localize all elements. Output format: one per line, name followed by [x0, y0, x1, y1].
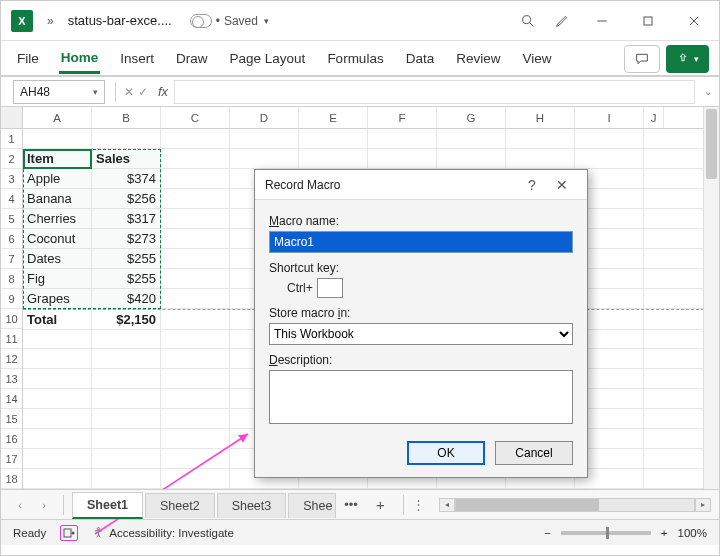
zoom-level[interactable]: 100%	[678, 527, 707, 539]
fx-icon[interactable]: fx	[152, 84, 174, 99]
minimize-button[interactable]	[579, 1, 625, 41]
row-header[interactable]: 15	[1, 409, 22, 429]
tab-draw[interactable]: Draw	[174, 45, 210, 72]
row-header[interactable]: 4	[1, 189, 22, 209]
cancel-formula-icon[interactable]: ✕	[124, 85, 134, 99]
row-header[interactable]: 9	[1, 289, 22, 309]
cell[interactable]: $420	[92, 289, 161, 309]
cell[interactable]: Coconut	[23, 229, 92, 249]
store-macro-select[interactable]: This Workbook	[269, 323, 573, 345]
tab-nav-prev-icon[interactable]: ‹	[9, 494, 31, 516]
macro-record-button[interactable]	[60, 525, 78, 541]
cell[interactable]: Total	[23, 310, 92, 330]
cell[interactable]: $255	[92, 269, 161, 289]
row-header[interactable]: 13	[1, 369, 22, 389]
cell[interactable]: Grapes	[23, 289, 92, 309]
col-header[interactable]: A	[23, 107, 92, 128]
col-header[interactable]: I	[575, 107, 644, 128]
macro-name-input[interactable]	[269, 231, 573, 253]
sheet-tab[interactable]: Sheet2	[145, 493, 215, 518]
col-header[interactable]: G	[437, 107, 506, 128]
row-header[interactable]: 11	[1, 329, 22, 349]
cell[interactable]: Dates	[23, 249, 92, 269]
row-header[interactable]: 5	[1, 209, 22, 229]
tab-formulas[interactable]: Formulas	[325, 45, 385, 72]
col-header[interactable]: B	[92, 107, 161, 128]
row-header[interactable]: 6	[1, 229, 22, 249]
cell[interactable]: $2,150	[92, 310, 161, 330]
row-header[interactable]: 12	[1, 349, 22, 369]
dialog-close-button[interactable]: ✕	[547, 177, 577, 193]
row-header[interactable]: 17	[1, 449, 22, 469]
expand-formula-bar-icon[interactable]: ⌄	[703, 86, 719, 97]
cell[interactable]: $273	[92, 229, 161, 249]
close-button[interactable]	[671, 1, 717, 41]
col-header[interactable]: E	[299, 107, 368, 128]
quick-access-chevron-icon[interactable]: »	[41, 10, 60, 32]
sheet-tab[interactable]: Shee	[288, 493, 336, 518]
col-header[interactable]: H	[506, 107, 575, 128]
cell[interactable]: Fig	[23, 269, 92, 289]
row-header[interactable]: 1	[1, 129, 22, 149]
dialog-help-button[interactable]: ?	[517, 177, 547, 193]
vertical-scrollbar[interactable]	[703, 107, 719, 489]
tab-view[interactable]: View	[520, 45, 553, 72]
row-header[interactable]: 8	[1, 269, 22, 289]
ok-button[interactable]: OK	[407, 441, 485, 465]
zoom-out-icon[interactable]: −	[544, 527, 551, 539]
tab-nav-next-icon[interactable]: ›	[33, 494, 55, 516]
maximize-button[interactable]	[625, 1, 671, 41]
row-header[interactable]: 10	[1, 309, 22, 329]
sheet-tab[interactable]: Sheet3	[217, 493, 287, 518]
comments-button[interactable]	[624, 45, 660, 73]
select-all-corner[interactable]	[1, 107, 22, 129]
autosave-status[interactable]: • Saved ▾	[180, 10, 279, 32]
cell[interactable]: Banana	[23, 189, 92, 209]
cancel-button[interactable]: Cancel	[495, 441, 573, 465]
tab-data[interactable]: Data	[404, 45, 437, 72]
cell[interactable]: Apple	[23, 169, 92, 189]
col-header[interactable]: J	[644, 107, 664, 128]
cell[interactable]: Cherries	[23, 209, 92, 229]
col-header[interactable]: D	[230, 107, 299, 128]
name-box[interactable]: AH48▾	[13, 80, 105, 104]
hscroll-right-icon[interactable]: ▸	[695, 498, 711, 512]
hscroll-left-icon[interactable]: ◂	[439, 498, 455, 512]
pen-icon[interactable]	[545, 5, 579, 37]
shortcut-key-input[interactable]	[317, 278, 343, 298]
cell[interactable]: Item	[23, 149, 92, 169]
description-input[interactable]	[269, 370, 573, 424]
sheet-tab-bar: ‹ › Sheet1 Sheet2 Sheet3 Shee ••• + ⋮ ◂ …	[1, 489, 719, 519]
cell[interactable]: $255	[92, 249, 161, 269]
row-header[interactable]: 2	[1, 149, 22, 169]
tab-page-layout[interactable]: Page Layout	[228, 45, 308, 72]
tab-file[interactable]: File	[15, 45, 41, 72]
cell[interactable]: Sales	[92, 149, 161, 169]
enter-formula-icon[interactable]: ✓	[138, 85, 148, 99]
file-name[interactable]: status-bar-exce....	[60, 9, 180, 32]
tab-insert[interactable]: Insert	[118, 45, 156, 72]
cell[interactable]: $317	[92, 209, 161, 229]
sheet-tab-more-icon[interactable]: •••	[338, 493, 364, 516]
row-header[interactable]: 14	[1, 389, 22, 409]
formula-input[interactable]	[174, 80, 695, 104]
accessibility-status[interactable]: Accessibility: Investigate	[92, 526, 234, 539]
cell[interactable]: $374	[92, 169, 161, 189]
row-header[interactable]: 7	[1, 249, 22, 269]
zoom-in-icon[interactable]: +	[661, 527, 668, 539]
tab-review[interactable]: Review	[454, 45, 502, 72]
sheet-tab[interactable]: Sheet1	[72, 492, 143, 519]
search-icon[interactable]	[511, 5, 545, 37]
excel-app-icon: X	[11, 10, 33, 32]
col-header[interactable]: F	[368, 107, 437, 128]
cell[interactable]: $256	[92, 189, 161, 209]
row-header[interactable]: 16	[1, 429, 22, 449]
new-sheet-button[interactable]: +	[366, 492, 395, 517]
row-header[interactable]: 18	[1, 469, 22, 489]
zoom-slider[interactable]	[561, 531, 651, 535]
horizontal-scrollbar[interactable]	[455, 498, 695, 512]
row-header[interactable]: 3	[1, 169, 22, 189]
col-header[interactable]: C	[161, 107, 230, 128]
share-button[interactable]: ▾	[666, 45, 709, 73]
tab-home[interactable]: Home	[59, 44, 101, 74]
